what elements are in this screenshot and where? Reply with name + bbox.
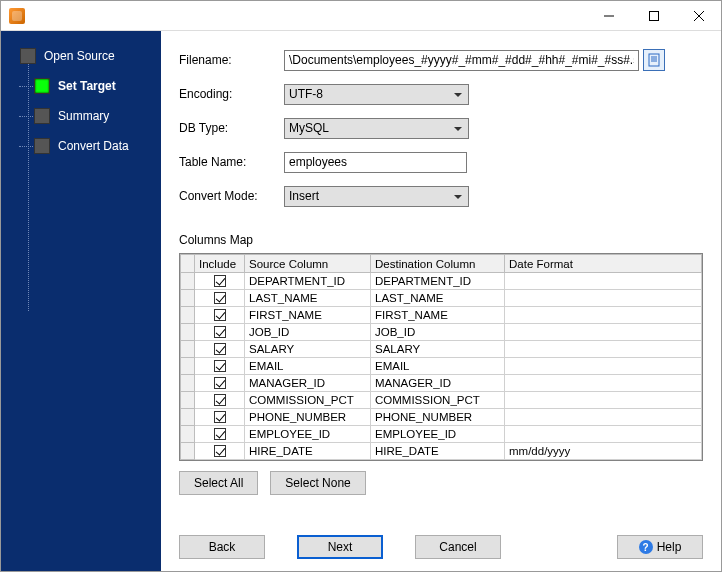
include-checkbox[interactable] <box>214 326 226 338</box>
source-column-cell[interactable]: SALARY <box>245 341 371 358</box>
table-row[interactable]: EMAILEMAIL <box>181 358 702 375</box>
date-format-cell[interactable] <box>505 290 702 307</box>
minimize-button[interactable] <box>586 1 631 31</box>
header-include[interactable]: Include <box>195 255 245 273</box>
maximize-button[interactable] <box>631 1 676 31</box>
dest-column-cell[interactable]: LAST_NAME <box>371 290 505 307</box>
row-handle[interactable] <box>181 273 195 290</box>
source-column-cell[interactable]: LAST_NAME <box>245 290 371 307</box>
include-cell[interactable] <box>195 273 245 290</box>
row-handle[interactable] <box>181 409 195 426</box>
dest-column-cell[interactable]: EMPLOYEE_ID <box>371 426 505 443</box>
date-format-cell[interactable] <box>505 307 702 324</box>
close-button[interactable] <box>676 1 721 31</box>
table-row[interactable]: DEPARTMENT_IDDEPARTMENT_ID <box>181 273 702 290</box>
include-cell[interactable] <box>195 341 245 358</box>
include-checkbox[interactable] <box>214 394 226 406</box>
include-cell[interactable] <box>195 409 245 426</box>
source-column-cell[interactable]: EMAIL <box>245 358 371 375</box>
header-dest[interactable]: Destination Column <box>371 255 505 273</box>
dbtype-select[interactable]: MySQL <box>284 118 469 139</box>
header-datefmt[interactable]: Date Format <box>505 255 702 273</box>
table-row[interactable]: EMPLOYEE_IDEMPLOYEE_ID <box>181 426 702 443</box>
date-format-cell[interactable] <box>505 358 702 375</box>
row-handle[interactable] <box>181 392 195 409</box>
include-cell[interactable] <box>195 358 245 375</box>
date-format-cell[interactable] <box>505 409 702 426</box>
convertmode-select[interactable]: Insert <box>284 186 469 207</box>
date-format-cell[interactable] <box>505 375 702 392</box>
source-column-cell[interactable]: COMMISSION_PCT <box>245 392 371 409</box>
row-handle[interactable] <box>181 443 195 460</box>
source-column-cell[interactable]: MANAGER_ID <box>245 375 371 392</box>
source-column-cell[interactable]: HIRE_DATE <box>245 443 371 460</box>
date-format-cell[interactable]: mm/dd/yyyy <box>505 443 702 460</box>
source-column-cell[interactable]: FIRST_NAME <box>245 307 371 324</box>
date-format-cell[interactable] <box>505 273 702 290</box>
dest-column-cell[interactable]: FIRST_NAME <box>371 307 505 324</box>
include-checkbox[interactable] <box>214 360 226 372</box>
source-column-cell[interactable]: DEPARTMENT_ID <box>245 273 371 290</box>
dest-column-cell[interactable]: HIRE_DATE <box>371 443 505 460</box>
include-checkbox[interactable] <box>214 343 226 355</box>
dest-column-cell[interactable]: EMAIL <box>371 358 505 375</box>
table-row[interactable]: PHONE_NUMBERPHONE_NUMBER <box>181 409 702 426</box>
encoding-select[interactable]: UTF-8 <box>284 84 469 105</box>
cancel-button[interactable]: Cancel <box>415 535 501 559</box>
date-format-cell[interactable] <box>505 426 702 443</box>
include-cell[interactable] <box>195 375 245 392</box>
date-format-cell[interactable] <box>505 324 702 341</box>
step-summary[interactable]: Summary <box>1 101 161 131</box>
include-checkbox[interactable] <box>214 292 226 304</box>
include-checkbox[interactable] <box>214 309 226 321</box>
filename-input[interactable] <box>284 50 639 71</box>
table-row[interactable]: LAST_NAMELAST_NAME <box>181 290 702 307</box>
row-handle[interactable] <box>181 324 195 341</box>
select-none-button[interactable]: Select None <box>270 471 365 495</box>
help-button[interactable]: ? Help <box>617 535 703 559</box>
table-row[interactable]: SALARYSALARY <box>181 341 702 358</box>
browse-button[interactable] <box>643 49 665 71</box>
table-row[interactable]: HIRE_DATEHIRE_DATEmm/dd/yyyy <box>181 443 702 460</box>
include-cell[interactable] <box>195 426 245 443</box>
back-button[interactable]: Back <box>179 535 265 559</box>
source-column-cell[interactable]: JOB_ID <box>245 324 371 341</box>
source-column-cell[interactable]: EMPLOYEE_ID <box>245 426 371 443</box>
row-handle[interactable] <box>181 290 195 307</box>
table-row[interactable]: FIRST_NAMEFIRST_NAME <box>181 307 702 324</box>
row-handle[interactable] <box>181 375 195 392</box>
tablename-input[interactable] <box>284 152 467 173</box>
dest-column-cell[interactable]: MANAGER_ID <box>371 375 505 392</box>
include-checkbox[interactable] <box>214 377 226 389</box>
header-source[interactable]: Source Column <box>245 255 371 273</box>
row-handle[interactable] <box>181 307 195 324</box>
include-cell[interactable] <box>195 324 245 341</box>
row-handle[interactable] <box>181 341 195 358</box>
table-row[interactable]: MANAGER_IDMANAGER_ID <box>181 375 702 392</box>
step-set-target[interactable]: Set Target <box>1 71 161 101</box>
table-row[interactable]: COMMISSION_PCTCOMMISSION_PCT <box>181 392 702 409</box>
select-all-button[interactable]: Select All <box>179 471 258 495</box>
date-format-cell[interactable] <box>505 392 702 409</box>
include-cell[interactable] <box>195 392 245 409</box>
table-row[interactable]: JOB_IDJOB_ID <box>181 324 702 341</box>
dest-column-cell[interactable]: PHONE_NUMBER <box>371 409 505 426</box>
include-checkbox[interactable] <box>214 445 226 457</box>
dest-column-cell[interactable]: COMMISSION_PCT <box>371 392 505 409</box>
source-column-cell[interactable]: PHONE_NUMBER <box>245 409 371 426</box>
include-cell[interactable] <box>195 290 245 307</box>
date-format-cell[interactable] <box>505 341 702 358</box>
dest-column-cell[interactable]: SALARY <box>371 341 505 358</box>
include-checkbox[interactable] <box>214 428 226 440</box>
include-cell[interactable] <box>195 443 245 460</box>
include-checkbox[interactable] <box>214 411 226 423</box>
step-open-source[interactable]: Open Source <box>1 41 161 71</box>
dest-column-cell[interactable]: DEPARTMENT_ID <box>371 273 505 290</box>
next-button[interactable]: Next <box>297 535 383 559</box>
include-checkbox[interactable] <box>214 275 226 287</box>
row-handle[interactable] <box>181 426 195 443</box>
row-handle[interactable] <box>181 358 195 375</box>
include-cell[interactable] <box>195 307 245 324</box>
dest-column-cell[interactable]: JOB_ID <box>371 324 505 341</box>
step-convert-data[interactable]: Convert Data <box>1 131 161 161</box>
